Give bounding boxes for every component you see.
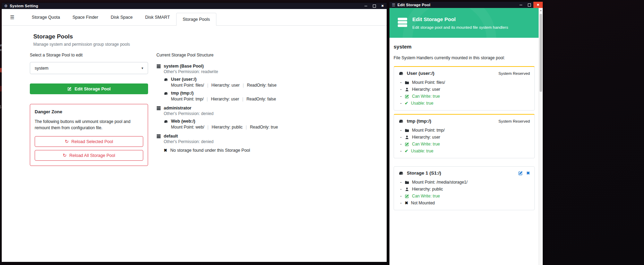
handler-mount: - Mount Point: files/ [400, 80, 530, 85]
hdd-icon [164, 91, 168, 96]
pencil-square-icon [518, 171, 523, 176]
system-setting-window: ⚙ System Setting ✖ ☰ Storage Quota Space… [2, 3, 387, 262]
dash: - [400, 94, 402, 99]
handler-hierarchy: - Hierarchy: user [400, 87, 530, 92]
hdd-icon [398, 170, 404, 176]
tab-disk-smart[interactable]: Disk SMART [139, 9, 176, 25]
scrollbar-thumb[interactable] [540, 14, 542, 92]
pencil-square-icon [67, 87, 72, 91]
main-titlebar: ⚙ System Setting ✖ [2, 3, 387, 9]
scroll-up-arrow[interactable]: ▲ [539, 8, 543, 12]
hdd-icon [164, 119, 168, 124]
tab-storage-pools[interactable]: Storage Pools [176, 13, 217, 26]
separator: | [207, 125, 208, 130]
maximize-button[interactable] [370, 3, 378, 9]
edit-handler-button[interactable] [518, 171, 523, 176]
minimize-button[interactable] [517, 2, 525, 8]
handler-not-mounted: - ✖ Not Mounted [400, 201, 530, 205]
pool-node-default: default Other's Permission: denied ✖ No … [156, 134, 385, 153]
edit-storage-pool-button[interactable]: Edit Storage Pool [30, 83, 148, 94]
pool-structure-panel: Current Storage Pool Structure system (B… [156, 53, 385, 157]
hdd-icon [164, 77, 168, 82]
dash: - [400, 87, 402, 92]
window-controls: ✖ [517, 2, 543, 8]
pool-permission: Other's Permission: denied [164, 139, 385, 144]
server-icon [156, 106, 161, 111]
storage-name: tmp (tmp:/) [171, 91, 194, 96]
pool-edit-panel: Select a Storage Pool to edit system ▾ E… [30, 53, 148, 166]
cross-icon: ✖ [405, 201, 408, 205]
handler-mount: - Mount Point: tmp/ [400, 128, 530, 133]
danger-zone: Danger Zone The following buttons will u… [30, 104, 148, 166]
system-reserved-badge: System Reserved [498, 71, 530, 76]
storage-pool-icon [397, 17, 408, 28]
hdd-icon [398, 118, 404, 124]
minimize-button[interactable] [362, 3, 370, 9]
dash: - [400, 187, 402, 192]
dash: - [400, 128, 402, 133]
hdd-icon [398, 71, 404, 76]
tab-disk-space[interactable]: Disk Space [104, 9, 139, 25]
dash: - [400, 101, 402, 106]
handler-can-write: - Can Write: true [400, 194, 530, 198]
pool-permission: Other's Permission: denied [164, 111, 385, 116]
page-subtitle: Manage system and permission group stora… [33, 42, 130, 47]
banner-subtitle: Edit storage pool and its mounted file s… [412, 25, 508, 29]
storage-readonly: ReadOnly: false [247, 97, 276, 101]
window-controls: ✖ [362, 3, 387, 9]
storage-node: Web (web:/) Mount Point: web/ | Hierarch… [164, 119, 385, 130]
dash: - [400, 194, 402, 198]
storage-readonly: ReadOnly: true [250, 125, 278, 130]
edit-banner: Edit Storage Pool Edit storage pool and … [389, 8, 543, 38]
handler-mount-text: Mount Point: files/ [412, 80, 445, 85]
close-button[interactable]: ✖ [378, 3, 387, 9]
maximize-button[interactable] [525, 2, 533, 8]
person-icon [405, 87, 409, 92]
dash: - [400, 135, 402, 140]
pool-select[interactable]: system ▾ [30, 62, 148, 74]
person-icon [405, 187, 409, 192]
handler-can-write: - Can Write: true [400, 142, 530, 147]
maximize-icon [373, 5, 376, 8]
menu-icon[interactable]: ☰ [7, 13, 18, 21]
pool-permission: Other's Permission: readwrite [164, 69, 385, 74]
minimize-icon [520, 5, 522, 5]
pool-select-label: Select a Storage Pool to edit [30, 53, 148, 58]
person-icon [405, 135, 409, 140]
tab-storage-quota[interactable]: Storage Quota [26, 9, 66, 25]
storage-mount: Mount Point: tmp/ [171, 97, 204, 101]
close-button[interactable]: ✖ [533, 2, 543, 8]
pool-node-administrator: administrator Other's Permission: denied… [156, 106, 385, 130]
reload-all-pool-button[interactable]: ↻ Reload All Storage Pool [35, 150, 143, 161]
empty-pool-message: ✖ No storage found under this Storage Po… [164, 148, 385, 153]
edited-pool-name: system [394, 44, 535, 50]
scrollbar[interactable]: ▲ [539, 8, 543, 265]
tab-space-finder[interactable]: Space Finder [66, 9, 104, 25]
edit-storage-pool-label: Edit Storage Pool [75, 87, 111, 91]
handler-can-write-text: Can Write: true [412, 142, 440, 147]
handler-usable: - ✔ Usable: true [400, 149, 530, 153]
pool-select-value: system [35, 66, 49, 71]
main-window-title: System Setting [10, 4, 38, 8]
handler-title: Storage 1 (S1:/) [407, 170, 441, 176]
folder-icon [405, 80, 409, 85]
empty-pool-text: No storage found under this Storage Pool [170, 148, 250, 153]
dash: - [400, 80, 402, 85]
storage-name: Web (web:/) [171, 119, 195, 124]
storage-mount: Mount Point: files/ [171, 83, 204, 88]
handler-usable: - ✔ Usable: true [400, 101, 530, 106]
separator: | [243, 83, 244, 88]
handler-hierarchy-text: Hierarchy: user [412, 135, 440, 140]
reload-all-label: Reload All Storage Pool [69, 153, 115, 158]
banner-title: Edit Storage Pool [412, 16, 456, 22]
reload-selected-pool-button[interactable]: ↻ Reload Selected Pool [35, 136, 143, 147]
chevron-down-icon: ▾ [141, 66, 143, 70]
edit-titlebar: ☰ Edit Storage Pool ✖ [389, 2, 543, 8]
pencil-square-icon [405, 142, 409, 147]
page-title: Storage Pools [33, 33, 130, 40]
server-icon [156, 64, 161, 69]
danger-zone-title: Danger Zone [35, 109, 143, 114]
handler-can-write-text: Can Write: true [412, 94, 440, 99]
handler-not-mounted-text: Not Mounted [411, 201, 435, 205]
remove-handler-button[interactable]: ✖ [526, 170, 530, 176]
